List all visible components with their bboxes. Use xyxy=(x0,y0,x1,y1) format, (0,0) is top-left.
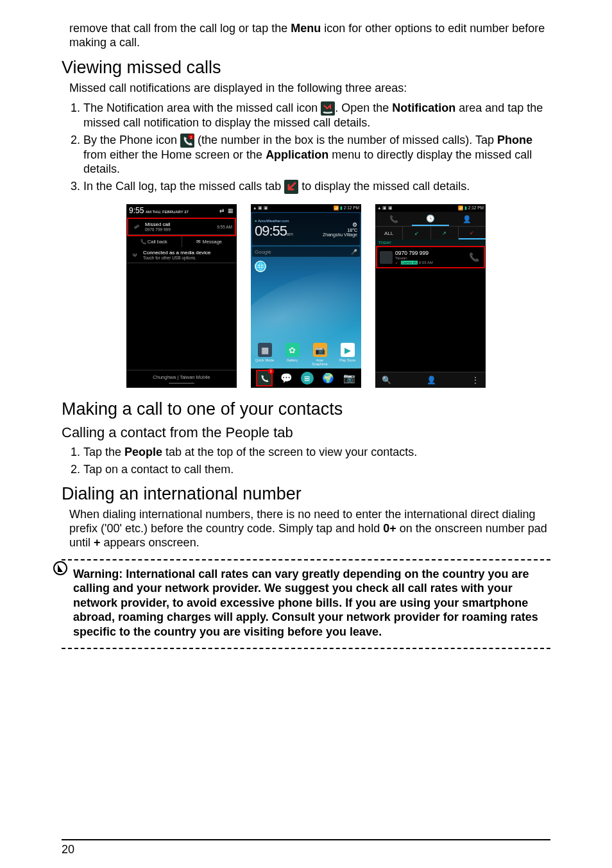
dock-earth-icon: 🌍 xyxy=(321,371,335,385)
shade-carrier: Chunghwa | Taiwan Mobile xyxy=(153,374,210,380)
page-footer: 20 xyxy=(62,839,550,856)
new-contact-icon: 👤 xyxy=(427,376,436,385)
missed-badge: 1 xyxy=(268,369,274,374)
search-bar: Google 🎤 xyxy=(252,247,360,257)
heading-intl: Dialing an international number xyxy=(62,484,550,504)
warning-box: Warning: International call rates can va… xyxy=(62,559,550,650)
calllog-entry: 0970 799 999 Taiwan ↙ Carrier #1 9:55 AM… xyxy=(376,246,485,268)
search-icon: 🔍 xyxy=(382,376,391,385)
shade-missed-row: ☍ Missed call 0970 799 999 9:55 AM xyxy=(127,218,236,236)
tab-people-icon: 👤 xyxy=(449,212,486,226)
page-number: 20 xyxy=(62,843,74,856)
intl-paragraph: When dialing international numbers, ther… xyxy=(69,508,550,550)
mic-icon: 🎤 xyxy=(351,249,357,255)
shade-message: ✉ Message xyxy=(182,236,237,247)
screenshots-row: 9:55 AM THU, FEBRUARY 27 ⇄ ▦ ☍ Missed ca… xyxy=(62,204,550,388)
screenshot-call-log: ▲ ▣ ▣ 📶 ▮ 2:12 PM 📞 🕓 👤 ALL ↙ ↗ ↙ TODAY xyxy=(375,204,486,388)
today-label: TODAY xyxy=(375,239,486,246)
viewing-list: The Notification area with the missed ca… xyxy=(62,101,550,194)
browser-globe-icon: 🌐 xyxy=(255,261,266,272)
viewing-item-2: By the Phone icon 1 (the number in the b… xyxy=(83,133,550,177)
overflow-icon: ⋮ xyxy=(472,376,479,385)
entry-call-icon: 📞 xyxy=(467,252,481,262)
contact-avatar xyxy=(380,251,393,264)
subtab-incoming-icon: ↙ xyxy=(403,227,430,239)
usb-icon: Ψ xyxy=(129,252,140,258)
missed-person-icon: ☍ xyxy=(131,224,142,230)
contacts-item-2: Tap on a contact to call them. xyxy=(83,462,550,477)
contacts-item-1: Tap the People tab at the top of the scr… xyxy=(83,445,550,460)
tab-recents-icon: 🕓 xyxy=(412,212,448,226)
missed-calls-tab-icon xyxy=(284,180,298,194)
screenshot-home: ▲ ▣ ▣ 📶 ▮ 2:12 PM ● AccuWeather.com 09:5… xyxy=(251,204,361,388)
shade-callback: 📞 Call back xyxy=(126,236,182,247)
viewing-item-3: In the Call log, tap the missed calls ta… xyxy=(83,179,550,194)
viewing-item-1: The Notification area with the missed ca… xyxy=(83,101,550,130)
ampm: AM THU, FEBRUARY 27 xyxy=(146,210,189,214)
dock-sms-icon: 💬 xyxy=(280,371,294,385)
subheading-people-tab: Calling a contact from the People tab xyxy=(62,424,550,441)
warning-text: Warning: International call rates can va… xyxy=(73,567,550,639)
subtab-all: ALL xyxy=(375,227,403,239)
widget-gear-icon: ⚙ xyxy=(323,221,357,228)
tab-dialer-icon: 📞 xyxy=(375,212,412,226)
subtab-outgoing-icon: ↗ xyxy=(431,227,459,239)
viewing-intro: Missed call notifications are displayed … xyxy=(69,82,550,96)
intro-paragraph: remove that call from the call log or ta… xyxy=(69,22,550,50)
screenshot-notification-shade: 9:55 AM THU, FEBRUARY 27 ⇄ ▦ ☍ Missed ca… xyxy=(126,204,237,388)
contacts-list: Tap the People tab at the top of the scr… xyxy=(62,445,550,476)
dock-phone-icon: 1 xyxy=(256,370,273,386)
missed-call-notification-icon xyxy=(321,101,335,116)
dock-camera-icon: 📷 xyxy=(342,371,356,385)
phone-badge-icon: 1 xyxy=(180,134,194,148)
heading-viewing-missed: Viewing missed calls xyxy=(62,58,550,78)
dock-apps-icon: ⊞ xyxy=(301,372,314,385)
shade-quick-icons: ⇄ ▦ xyxy=(219,207,234,214)
subtab-missed-icon: ↙ xyxy=(459,227,486,239)
warning-icon xyxy=(53,560,68,576)
heading-making-call: Making a call to one of your contacts xyxy=(62,399,550,419)
